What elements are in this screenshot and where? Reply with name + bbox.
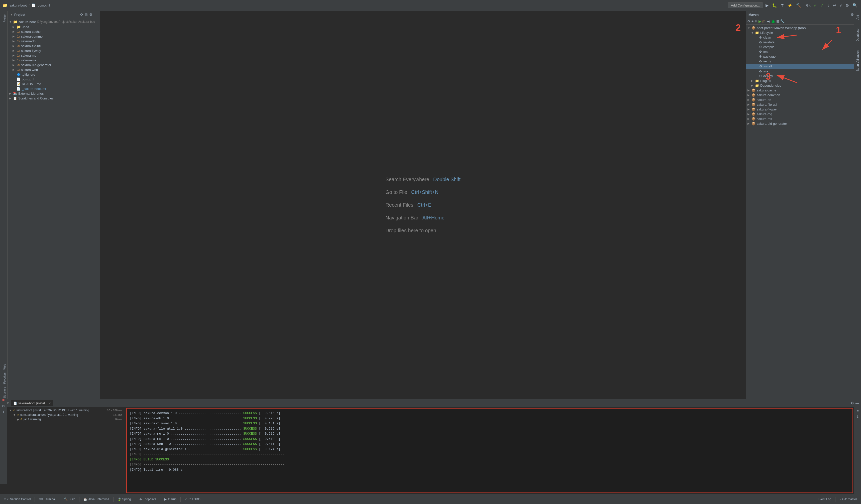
build-status-icon: 🔨 xyxy=(64,498,68,501)
favorites-icon[interactable]: Favorites xyxy=(1,372,7,384)
build-icon[interactable]: 🔨 xyxy=(795,2,802,8)
status-java-enterprise[interactable]: ☕ Java Enterprise xyxy=(81,496,111,502)
maven-skip-icon[interactable]: ⏭ xyxy=(767,19,770,23)
tree-item-sakura-mq[interactable]: ▶ 🗂 sakura-mq xyxy=(8,53,100,58)
tree-item-sakura-file-util[interactable]: ▶ 🗂 sakura-file-util xyxy=(8,44,100,48)
git-fetch-icon[interactable]: ↕ xyxy=(826,3,830,8)
tree-item-idea[interactable]: ▶ 📁 .idea xyxy=(8,24,100,29)
scroll-end-icon[interactable]: ⤓ xyxy=(2,410,5,414)
maven-dependencies-item[interactable]: ▶ 📁 Dependencies xyxy=(746,83,861,88)
tree-item-readme[interactable]: ▶ 📝 README.md xyxy=(8,82,100,86)
web-arrow-icon: ▶ xyxy=(13,68,15,71)
maven-sakura-mq-item[interactable]: ▶ 📦 sakura-mq xyxy=(746,112,861,116)
maven-validate-item[interactable]: ▶ ⚙ validate xyxy=(746,40,861,45)
maven-tools-icon[interactable]: 🔧 xyxy=(780,19,784,23)
settings-icon[interactable]: ⚙ xyxy=(845,2,850,8)
tree-item-pom-xml[interactable]: ▶ 📄 pom.xml xyxy=(8,77,100,82)
maven-settings-icon[interactable]: ⚙ xyxy=(851,13,854,16)
git-commit-icon[interactable]: ✓ xyxy=(812,2,818,8)
maven-add-icon[interactable]: + xyxy=(751,19,753,23)
maven-test-item[interactable]: ▶ ⚙ test xyxy=(746,50,861,54)
tree-item-gitignore[interactable]: ▶ 🔷 .gitignore xyxy=(8,72,100,77)
project-icon[interactable]: Project xyxy=(1,13,7,23)
maven-sakura-flyway-item[interactable]: ▶ 📦 sakura-flyway xyxy=(746,107,861,112)
maven-sakura-cache-item[interactable]: ▶ 📦 sakura-cache xyxy=(746,88,861,93)
status-terminal[interactable]: ⌨ Terminal xyxy=(37,496,57,502)
scroll-down-icon[interactable]: ⤓ xyxy=(856,415,859,419)
bottom-settings-icon[interactable]: ⚙ xyxy=(851,401,854,405)
run-tab-close-button[interactable]: ✕ xyxy=(49,402,51,405)
status-git-master[interactable]: ⑂ Git: master xyxy=(837,496,859,502)
maven-deploy-item[interactable]: ▶ ⚙ deploy xyxy=(746,74,861,79)
status-version-control[interactable]: ⑂ 9: Version Control xyxy=(2,496,32,502)
database-tab[interactable]: Database xyxy=(855,27,861,43)
collapse-all-icon[interactable]: ⊟ xyxy=(85,13,88,16)
maven-download-icon[interactable]: ⬇ xyxy=(754,19,757,23)
coverage-icon[interactable]: ☂ xyxy=(780,2,785,8)
status-endpoints[interactable]: ⊕ Endpoints xyxy=(137,496,158,502)
tree-item-sakura-common[interactable]: ▶ 🗂 sakura-common xyxy=(8,34,100,39)
git-revert-icon[interactable]: ↩ xyxy=(832,2,837,8)
git-push-icon[interactable]: ✓ xyxy=(819,2,825,8)
web-icon[interactable]: Web xyxy=(1,363,7,370)
tree-item-sakura-cache[interactable]: ▶ 🗂 sakura-cache xyxy=(8,29,100,34)
status-todo[interactable]: ☑ 6: TODO xyxy=(183,496,203,502)
git-branch-icon[interactable]: ⑂ xyxy=(838,3,843,8)
maven-install-item[interactable]: ▶ ⚙ install xyxy=(746,64,861,69)
maven-reload-icon[interactable]: ⟳ xyxy=(748,19,751,23)
tree-item-sakura-web[interactable]: ▶ 🗂 sakura-web xyxy=(8,67,100,72)
search-icon[interactable]: 🔍 xyxy=(851,2,859,8)
add-configuration-button[interactable]: Add Configuration... xyxy=(728,2,763,8)
maven-verify-item[interactable]: ▶ ⚙ verify xyxy=(746,59,861,64)
left-icons-strip: Project Web Favorites Structure xyxy=(0,11,8,399)
maven-sakura-ms-item[interactable]: ▶ 📦 sakura-ms xyxy=(746,116,861,121)
maven-sakura-uid-item[interactable]: ▶ 📦 sakura-uid-generator xyxy=(746,121,861,126)
maven-tree-icon[interactable]: 🌲 xyxy=(771,19,775,23)
run-icon[interactable]: ▶ xyxy=(765,2,769,8)
bottom-hide-icon[interactable]: — xyxy=(856,401,859,405)
maven-plugins-item[interactable]: ▶ 📁 Plugins xyxy=(746,79,861,83)
maven-sakura-common-item[interactable]: ▶ 📦 sakura-common xyxy=(746,93,861,97)
tree-item-sakura-flyway[interactable]: ▶ 🗂 sakura-flyway xyxy=(8,48,100,53)
tree-item-scratches[interactable]: ▶ 📋 Scratches and Consoles xyxy=(8,96,100,101)
scroll-up-icon[interactable]: ≡ xyxy=(857,409,859,413)
profile-icon[interactable]: ⚡ xyxy=(787,2,794,8)
status-build[interactable]: 🔨 Build xyxy=(62,496,78,502)
structure-icon[interactable]: Structure xyxy=(1,386,7,399)
maven-sakura-file-util-item[interactable]: ▶ 📦 sakura-file-util xyxy=(746,102,861,107)
run-tab-install[interactable]: 📄 sakura-boot [install] ✕ xyxy=(11,400,53,406)
debug-icon[interactable]: 🐛 xyxy=(771,2,778,8)
tree-item-external-libs[interactable]: ▶ 📚 External Libraries xyxy=(8,91,100,96)
sync-icon[interactable]: ⟳ xyxy=(80,13,83,16)
maven-scache-module-icon: 📦 xyxy=(751,88,755,92)
file-name: pom.xml xyxy=(38,3,50,7)
tree-item-sakura-db[interactable]: ▶ 🗂 sakura-db xyxy=(8,39,100,44)
maven-clean-item[interactable]: ▶ ⚙ clean xyxy=(746,35,861,40)
maven-run-icon[interactable]: ▶ xyxy=(758,19,761,23)
status-event-log[interactable]: Event Log xyxy=(816,496,833,502)
maven-m-icon[interactable]: m xyxy=(762,19,765,23)
maven-sakura-db-item[interactable]: ▶ 📦 sakura-db xyxy=(746,97,861,102)
java-status-icon: ☕ xyxy=(83,498,87,501)
gear-icon[interactable]: ⚙ xyxy=(89,13,93,16)
maven-sdb-label: sakura-db xyxy=(757,98,771,102)
maven-root-item[interactable]: ▼ 📦 boot-parent Maven Webapp (root) xyxy=(746,26,861,30)
run-tree-flyway-item[interactable]: ▼ ⚠ com.sakura:sakura-flyway:jar:1.0 1 w… xyxy=(8,412,124,417)
maven-lifecycle-item[interactable]: ▼ 📁 Lifecycle xyxy=(746,30,861,35)
run-rerun-button[interactable]: ↺ xyxy=(2,407,5,408)
tree-root-item[interactable]: ▼ 📁 sakura-boot D:\yangfan\IdeaProjects\… xyxy=(8,19,100,24)
tree-item-sakura-ms[interactable]: ▶ 🗂 sakura-ms xyxy=(8,58,100,62)
tree-item-iml[interactable]: ▶ 📄 _sakura-boot.iml xyxy=(8,86,100,91)
maven-compile-item[interactable]: ▶ ⚙ compile xyxy=(746,45,861,50)
bean-validation-tab[interactable]: Bean Validation xyxy=(855,48,861,73)
run-tree-jar-item[interactable]: ▶ ⚠ jar 1 warning 16 ms xyxy=(8,417,124,422)
maven-package-item[interactable]: ▶ ⚙ package xyxy=(746,54,861,59)
tree-item-sakura-uid-generator[interactable]: ▶ 🗂 sakura-uid-generator xyxy=(8,62,100,67)
status-run[interactable]: ▶ 4: Run xyxy=(162,496,178,502)
maven-collapse-icon[interactable]: ⊟ xyxy=(776,19,779,23)
maven-site-item[interactable]: ▶ ⚙ site xyxy=(746,69,861,74)
status-spring[interactable]: 🍃 Spring xyxy=(115,496,133,502)
run-tree-root-item[interactable]: ▼ ⚠ sakura-boot [install]: at 2021/6/12 … xyxy=(8,408,124,412)
hide-icon[interactable]: — xyxy=(94,13,97,16)
ant-tab[interactable]: Ant xyxy=(855,13,861,22)
